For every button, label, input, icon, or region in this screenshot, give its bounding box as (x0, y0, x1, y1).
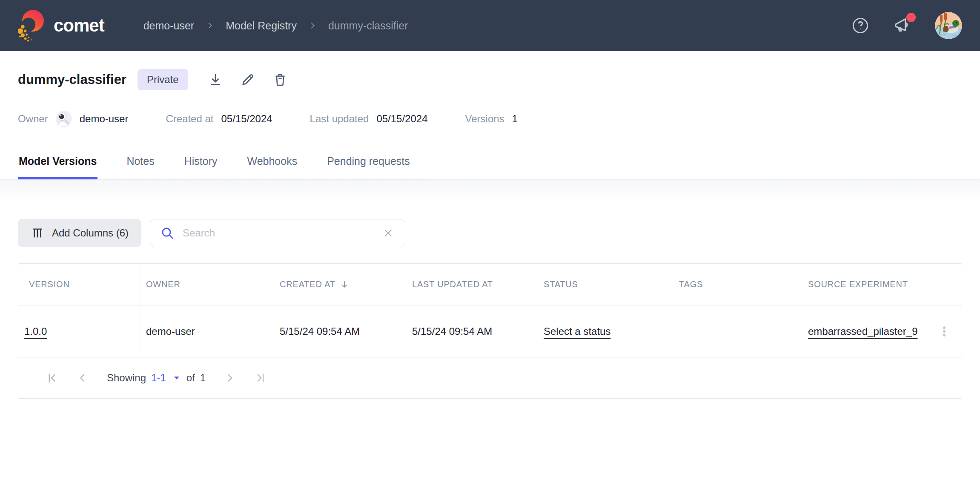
first-page-icon (46, 372, 58, 384)
model-metadata-row: Owner demo-user Created at (18, 111, 962, 127)
breadcrumb-workspace[interactable]: demo-user (143, 20, 195, 32)
trash-icon (272, 72, 288, 87)
tab-history[interactable]: History (183, 155, 218, 179)
column-header-owner[interactable]: OWNER (140, 264, 274, 305)
breadcrumb: demo-user Model Registry dummy-classifie… (143, 20, 408, 32)
chevron-left-icon (76, 372, 89, 384)
tab-webhooks[interactable]: Webhooks (246, 155, 298, 179)
last-page-icon (254, 372, 267, 384)
delete-model-button[interactable] (272, 72, 288, 87)
navbar-actions (851, 12, 962, 39)
model-versions-panel: Add Columns (6) VERSION (0, 179, 980, 484)
edit-pencil-icon (240, 72, 255, 87)
next-page-button[interactable] (224, 372, 236, 384)
breadcrumb-model-registry[interactable]: Model Registry (226, 20, 297, 32)
search-icon (160, 226, 174, 240)
help-button[interactable] (851, 17, 869, 35)
search-box (150, 219, 405, 247)
meta-owner-label: Owner (18, 113, 48, 125)
meta-created-label: Created at (166, 113, 213, 125)
comet-logo-icon (18, 8, 45, 43)
source-experiment-link[interactable]: embarrassed_pilaster_9 (808, 326, 917, 337)
meta-created-value: 05/15/2024 (221, 113, 272, 125)
model-versions-table: VERSION OWNER CREATED AT LAST UPDATED AT… (18, 263, 962, 399)
page-range-dropdown[interactable]: 1-1 (151, 372, 181, 384)
meta-versions-label: Versions (465, 113, 504, 125)
add-columns-button[interactable]: Add Columns (6) (18, 219, 141, 247)
cell-owner: demo-user (140, 305, 274, 357)
version-link[interactable]: 1.0.0 (24, 326, 47, 337)
pagination-summary: Showing 1-1 of 1 (107, 372, 206, 384)
meta-versions-value: 1 (512, 113, 518, 125)
cell-last-updated-at: 5/15/24 09:54 AM (406, 305, 538, 357)
prev-page-button[interactable] (76, 372, 89, 384)
clear-search-button[interactable] (382, 227, 395, 239)
tab-model-versions[interactable]: Model Versions (18, 155, 97, 179)
meta-updated-label: Last updated (310, 113, 369, 125)
comet-logo[interactable]: comet (18, 8, 104, 43)
cell-created-at: 5/15/24 09:54 AM (274, 305, 406, 357)
add-columns-label: Add Columns (6) (52, 227, 129, 239)
table-row: 1.0.0 demo-user 5/15/24 09:54 AM 5/15/24… (18, 305, 962, 357)
select-status-link[interactable]: Select a status (544, 326, 610, 337)
help-icon (851, 17, 869, 35)
column-header-status[interactable]: STATUS (538, 264, 673, 305)
page-title: dummy-classifier (18, 72, 126, 87)
announcements-button[interactable] (892, 16, 912, 35)
caret-down-icon (172, 373, 181, 383)
top-navbar: comet demo-user Model Registry dummy-cla… (0, 0, 980, 51)
total-pages: 1 (200, 372, 206, 384)
user-avatar[interactable] (935, 12, 962, 39)
column-header-created-at[interactable]: CREATED AT (274, 264, 406, 305)
kebab-menu-icon (938, 325, 951, 338)
notification-dot (906, 13, 916, 22)
columns-icon (31, 226, 44, 240)
tab-notes[interactable]: Notes (126, 155, 155, 179)
meta-owner-value: demo-user (80, 113, 129, 125)
showing-label: Showing (107, 372, 146, 384)
last-page-button[interactable] (254, 372, 267, 384)
tab-pending-requests[interactable]: Pending requests (326, 155, 411, 179)
page-header: dummy-classifier Private (0, 51, 980, 127)
breadcrumb-current-model: dummy-classifier (328, 20, 408, 32)
cell-tags (673, 305, 802, 357)
sort-desc-icon (340, 280, 349, 289)
search-input[interactable] (182, 227, 374, 239)
chevron-right-icon (308, 21, 317, 30)
first-page-button[interactable] (46, 372, 58, 384)
owner-avatar (56, 111, 72, 127)
table-toolbar: Add Columns (6) (18, 219, 962, 247)
close-x-icon (382, 227, 395, 239)
row-actions-button[interactable] (936, 325, 952, 338)
chevron-right-icon (205, 21, 215, 30)
chevron-right-icon (224, 372, 236, 384)
edit-model-button[interactable] (240, 72, 255, 87)
model-tabs: Model Versions Notes History Webhooks Pe… (0, 155, 980, 179)
column-header-source-experiment[interactable]: SOURCE EXPERIMENT (802, 264, 962, 305)
column-header-tags[interactable]: TAGS (673, 264, 802, 305)
of-label: of (186, 372, 195, 384)
column-header-last-updated-at[interactable]: LAST UPDATED AT (406, 264, 538, 305)
download-icon (208, 72, 223, 87)
table-header-row: VERSION OWNER CREATED AT LAST UPDATED AT… (18, 264, 962, 305)
cell-version: 1.0.0 (18, 305, 140, 357)
page-range-value: 1-1 (151, 372, 166, 384)
cell-status: Select a status (538, 305, 673, 357)
column-header-version[interactable]: VERSION (18, 264, 140, 305)
download-model-button[interactable] (208, 72, 223, 87)
table-pagination: Showing 1-1 of 1 (18, 357, 962, 398)
comet-logo-text: comet (54, 15, 104, 36)
meta-updated-value: 05/15/2024 (376, 113, 427, 125)
cell-source-experiment: embarrassed_pilaster_9 (802, 305, 962, 357)
visibility-badge: Private (138, 69, 188, 90)
